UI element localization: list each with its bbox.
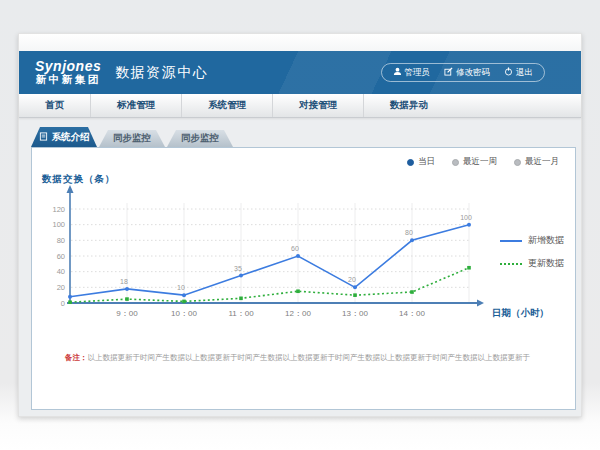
svg-text:10: 10 [177, 284, 185, 291]
radio-dot [407, 159, 414, 166]
svg-text:20: 20 [57, 283, 65, 292]
current-user-button[interactable]: 管理员 [393, 67, 431, 79]
logo-text-en: Synjones [35, 59, 101, 74]
nav-item-data-change[interactable]: 数据异动 [363, 94, 454, 117]
footnote-label: 备注： [65, 353, 88, 362]
svg-text:80: 80 [405, 229, 413, 236]
legend-label: 新增数据 [528, 234, 564, 247]
svg-text:18: 18 [120, 278, 128, 285]
footnote-text: 以上数据更新于时间产生数据以上数据更新于时间产生数据以上数据更新于时间产生数据以… [88, 353, 531, 362]
tab-system-intro[interactable]: 系统介绍 [31, 127, 97, 147]
nav-item-system-mgmt[interactable]: 系统管理 [181, 94, 272, 117]
app-window: Synjones 新中新集团 数据资源中心 管理员 修改密码 退出 首页 标准管… [18, 33, 582, 417]
range-option-last-month[interactable]: 最近一月 [514, 156, 559, 168]
svg-text:9：00: 9：00 [116, 309, 138, 318]
svg-text:14：00: 14：00 [399, 309, 425, 318]
document-icon [39, 132, 48, 143]
legend-item-new-data: 新增数据 [500, 234, 564, 247]
radio-dot [452, 159, 459, 166]
legend-label: 更新数据 [528, 257, 564, 270]
svg-text:12：00: 12：00 [285, 309, 311, 318]
footnote: 备注：以上数据更新于时间产生数据以上数据更新于时间产生数据以上数据更新于时间产生… [65, 353, 530, 363]
nav-item-home[interactable]: 首页 [19, 94, 90, 117]
user-icon [393, 67, 402, 78]
tab-sync-monitor-1[interactable]: 同步监控 [99, 130, 165, 147]
nav-item-standard-mgmt[interactable]: 标准管理 [90, 94, 181, 117]
svg-text:40: 40 [57, 267, 65, 276]
company-logo: Synjones 新中新集团 [35, 59, 101, 86]
chart-legend: 新增数据 更新数据 [500, 234, 564, 270]
logout-label: 退出 [516, 67, 533, 79]
app-header: Synjones 新中新集团 数据资源中心 管理员 修改密码 退出 [19, 51, 581, 94]
svg-text:35: 35 [234, 265, 242, 272]
tab-label: 系统介绍 [52, 131, 90, 144]
chart-panel: 0204060801001209：0010：0011：0012：0013：001… [31, 147, 576, 410]
page-title: 数据资源中心 [115, 64, 208, 82]
change-password-label: 修改密码 [456, 67, 490, 79]
content-area: 系统介绍 同步监控 同步监控 0204060801001209：0010：001… [19, 118, 581, 418]
radio-dot [514, 159, 521, 166]
main-nav: 首页 标准管理 系统管理 对接管理 数据异动 [19, 94, 581, 118]
y-axis-title: 数据交换（条） [42, 173, 116, 186]
user-menu: 管理员 修改密码 退出 [381, 63, 546, 82]
svg-text:10：00: 10：00 [171, 309, 197, 318]
power-icon [504, 67, 513, 78]
svg-text:60: 60 [291, 245, 299, 252]
svg-text:80: 80 [57, 236, 65, 245]
svg-text:11：00: 11：00 [228, 309, 254, 318]
tab-sync-monitor-2[interactable]: 同步监控 [167, 130, 233, 147]
svg-text:60: 60 [57, 252, 65, 261]
tab-bar: 系统介绍 同步监控 同步监控 [31, 127, 233, 147]
legend-swatch-dotted-line [500, 263, 522, 265]
x-axis-title: 日期（小时） [492, 307, 549, 320]
range-option-label: 最近一月 [525, 156, 559, 168]
range-option-label: 最近一周 [463, 156, 497, 168]
svg-text:120: 120 [52, 205, 65, 214]
legend-item-updated-data: 更新数据 [500, 257, 564, 270]
change-password-button[interactable]: 修改密码 [444, 67, 490, 79]
range-option-last-week[interactable]: 最近一周 [452, 156, 497, 168]
range-option-today[interactable]: 当日 [407, 156, 435, 168]
current-user-label: 管理员 [405, 67, 431, 79]
logo-text-cn: 新中新集团 [35, 74, 101, 86]
range-option-label: 当日 [418, 156, 435, 168]
tab-label: 同步监控 [181, 132, 219, 145]
svg-text:13：00: 13：00 [342, 309, 368, 318]
legend-swatch-solid-line [500, 240, 522, 242]
edit-icon [444, 67, 453, 78]
line-chart: 0204060801001209：0010：0011：0012：0013：001… [32, 148, 577, 411]
svg-text:0: 0 [61, 299, 65, 308]
nav-item-interface-mgmt[interactable]: 对接管理 [272, 94, 363, 117]
svg-text:100: 100 [460, 214, 472, 221]
logout-button[interactable]: 退出 [504, 67, 533, 79]
svg-text:100: 100 [52, 220, 65, 229]
time-range-selector: 当日 最近一周 最近一月 [407, 156, 559, 168]
tab-label: 同步监控 [113, 132, 151, 145]
window-top-strip [19, 34, 581, 51]
svg-text:20: 20 [348, 276, 356, 283]
